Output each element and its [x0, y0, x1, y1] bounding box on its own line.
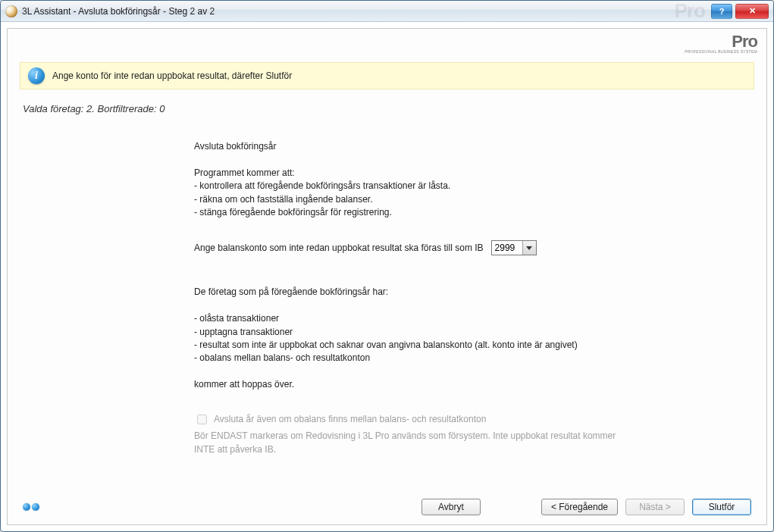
- intro-line: Programmet kommer att:: [194, 167, 725, 180]
- window-buttons: ? ✕: [711, 4, 769, 19]
- chevron-down-icon[interactable]: [522, 241, 536, 255]
- balance-account-combo[interactable]: [491, 240, 537, 255]
- force-close-checkbox-row[interactable]: Avsluta år även om obalans finns mellan …: [194, 412, 725, 427]
- footer-buttons: Avbryt < Föregående Nästa > Slutför: [421, 499, 751, 515]
- wizard-panel: Pro PROFESSIONAL BUSINESS SYSTEM i Ange …: [7, 28, 767, 525]
- back-button[interactable]: < Föregående: [541, 499, 618, 515]
- cancel-button[interactable]: Avbryt: [421, 499, 481, 515]
- close-button[interactable]: ✕: [735, 4, 769, 19]
- brand-name: Pro: [732, 32, 757, 51]
- warn-item: - upptagna transaktioner: [194, 326, 725, 339]
- help-button[interactable]: ?: [711, 4, 732, 19]
- brand-subtitle: PROFESSIONAL BUSINESS SYSTEM: [685, 50, 757, 54]
- balance-account-row: Ange balanskonto som inte redan uppbokat…: [194, 240, 725, 255]
- info-icon: i: [28, 67, 45, 84]
- intro-bullet: - kontrollera att föregående bokföringså…: [194, 180, 725, 192]
- wizard-body: Avsluta bokföringsår Programmet kommer a…: [194, 140, 725, 456]
- warn-outro: kommer att hoppas över.: [194, 378, 725, 391]
- assistant-window: 3L Assistant - Avsluta bokföringsår - St…: [0, 0, 774, 532]
- status-dot-icon: [23, 503, 30, 511]
- warn-intro: De företag som på föregående bokföringså…: [194, 286, 725, 299]
- footer-indicators: [23, 503, 39, 511]
- close-icon: ✕: [749, 6, 756, 16]
- selection-status: Valda företag: 2. Bortfiltrerade: 0: [23, 103, 751, 114]
- section-heading: Avsluta bokföringsår: [194, 140, 725, 153]
- warn-item: - resultat som inte är uppbokat och sakn…: [194, 339, 725, 352]
- intro-bullet: - räkna om och fastställa ingående balan…: [194, 193, 725, 206]
- status-dot-icon: [32, 503, 39, 511]
- help-icon: ?: [719, 7, 725, 16]
- balance-account-label: Ange balanskonto som inte redan uppbokat…: [194, 242, 484, 255]
- intro-section: Avsluta bokföringsår Programmet kommer a…: [194, 140, 725, 219]
- force-close-label: Avsluta år även om obalans finns mellan …: [214, 413, 486, 426]
- force-close-note: Bör ENDAST markeras om Redovisning i 3L …: [194, 430, 619, 456]
- app-icon: [5, 5, 17, 17]
- next-button: Nästa >: [625, 499, 685, 515]
- finish-button[interactable]: Slutför: [692, 499, 751, 515]
- brand-logo: Pro PROFESSIONAL BUSINESS SYSTEM: [685, 33, 757, 54]
- brand-watermark: Pro: [675, 0, 705, 23]
- wizard-footer: Avbryt < Föregående Nästa > Slutför: [20, 494, 754, 517]
- info-text: Ange konto för inte redan uppbokat resul…: [52, 70, 292, 81]
- client-area: Pro PROFESSIONAL BUSINESS SYSTEM i Ange …: [1, 22, 773, 531]
- info-banner: i Ange konto för inte redan uppbokat res…: [20, 62, 754, 89]
- warn-item: - olåsta transaktioner: [194, 312, 725, 325]
- force-close-checkbox[interactable]: [197, 415, 207, 424]
- warning-section: De företag som på föregående bokföringså…: [194, 286, 725, 391]
- warn-item: - obalans mellan balans- och resultatkon…: [194, 352, 725, 365]
- intro-bullet: - stänga föregående bokföringsår för reg…: [194, 206, 725, 219]
- balance-account-input[interactable]: [492, 241, 522, 255]
- window-title: 3L Assistant - Avsluta bokföringsår - St…: [22, 6, 215, 17]
- titlebar: 3L Assistant - Avsluta bokföringsår - St…: [1, 1, 773, 22]
